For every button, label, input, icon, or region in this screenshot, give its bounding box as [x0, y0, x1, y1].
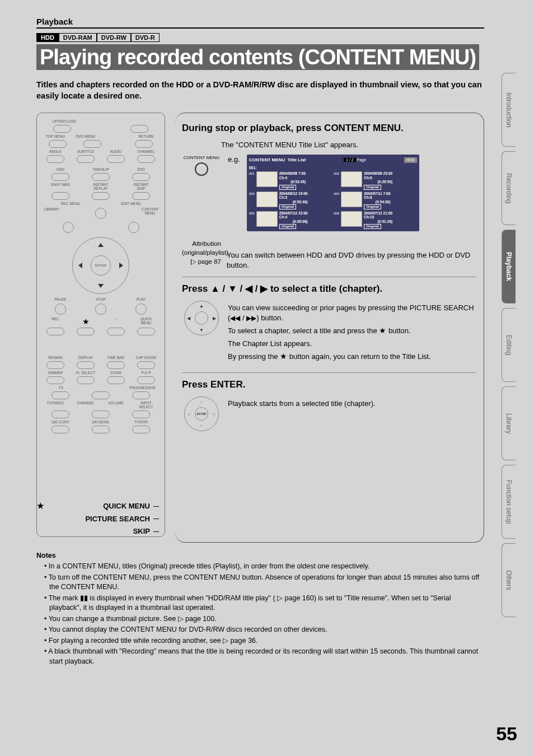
rc-button	[132, 410, 150, 418]
side-tab-library[interactable]: Library	[502, 386, 516, 460]
rc-button	[92, 173, 110, 181]
rc-button	[137, 328, 155, 335]
rc-label: ANGLE	[44, 150, 67, 153]
rc-button	[83, 140, 101, 148]
rc-button	[49, 140, 67, 148]
note-item: A black thumbnail with "Recording" means…	[44, 647, 484, 666]
side-tab-editing[interactable]: Editing	[502, 308, 516, 382]
drive-badge: HDD	[404, 157, 417, 163]
rc-button	[95, 208, 106, 219]
rc-label: ZOOM	[105, 371, 127, 375]
stop-button	[95, 304, 106, 315]
thumbnail-item: 0052004/07/12 23:00Ch:4(0:05:08)Original	[249, 211, 332, 229]
content-menu-icon: CONTENT MENU	[182, 155, 221, 176]
step1-sub: The "CONTENT MENU Title List" appears.	[221, 140, 476, 150]
rc-button	[137, 155, 155, 163]
screen-subtitle: Title List	[288, 157, 306, 162]
side-tabs: IntroductionRecordingPlaybackEditingLibr…	[502, 73, 526, 622]
side-tab-playback[interactable]: Playback	[502, 230, 516, 304]
rc-label: PAUSE	[49, 297, 72, 301]
rc-button	[51, 426, 69, 433]
screen-brand: CONTENT MENU	[249, 157, 285, 162]
rc-label: TOP MENU	[44, 134, 67, 138]
rc-button	[137, 376, 155, 384]
media-tags: HDDDVD-RAMDVD-RWDVD-R	[36, 32, 484, 42]
side-tab-others[interactable]: Others	[502, 543, 516, 617]
content-menu-screen: CONTENT MENU Title List 1 / 2 Page HDD 0…	[247, 155, 419, 231]
section-heading: Playback	[36, 17, 484, 26]
rc-label: REMAIN	[44, 356, 67, 360]
side-tab-recording[interactable]: Recording	[502, 151, 516, 225]
rc-label: INSTANT REPLAY	[90, 183, 112, 190]
play-button	[135, 304, 147, 315]
rc-label: DVD	[130, 167, 152, 171]
rc-button	[46, 155, 64, 163]
rc-button	[51, 192, 69, 200]
rc-button	[53, 125, 71, 133]
rc-label: TV	[50, 386, 72, 390]
page-label: Page	[357, 158, 366, 162]
tag-dvd-r: DVD-R	[131, 33, 160, 42]
pause-button	[55, 304, 66, 315]
rc-label: REC	[44, 317, 67, 326]
star-icon: ★	[74, 317, 97, 326]
step3-p1: Playback starts from a selected title (c…	[228, 399, 476, 409]
callout-skip: SKIP	[133, 525, 150, 537]
step1-heading: During stop or playback, press CONTENT M…	[182, 122, 476, 134]
intro-text: Titles and chapters recorded on the HDD …	[36, 80, 484, 101]
rc-label: AUDIO	[105, 150, 127, 153]
rc-label: PLAY	[130, 297, 152, 301]
rc-button	[63, 222, 74, 233]
rc-label: QUICK MENU	[135, 317, 157, 326]
rc-label: PROGRESSIVE	[129, 386, 152, 390]
thumbnail-item: 0062004/07/12 21:00Ch:10(0:51:28)Origina…	[334, 211, 417, 229]
rc-label: REC MENU	[59, 202, 82, 206]
page-indicator: 1 / 2	[344, 158, 356, 162]
rc-button	[77, 155, 95, 163]
rc-button	[132, 426, 150, 433]
notes-heading: Notes	[36, 552, 484, 559]
star-icon: ★	[37, 500, 44, 513]
step3-heading: Press ENTER.	[182, 379, 476, 391]
rc-button	[46, 376, 64, 384]
rc-label: SUBTITLE	[74, 150, 97, 153]
rc-button	[51, 410, 69, 418]
page-number: 55	[496, 723, 517, 745]
side-tab-introduction[interactable]: Introduction	[502, 73, 516, 147]
thumbnail-item: 0022004/06/08 23:00Ch:6(0:29:50)Original	[334, 171, 417, 189]
rc-button	[77, 376, 95, 384]
rc-button	[92, 192, 110, 200]
rc-label: EDIT MENU	[120, 202, 142, 206]
rc-label: DIMMER	[44, 371, 67, 375]
rc-label: RETURN	[135, 134, 157, 138]
page-title: Playing recorded contents (CONTENT MENU)	[36, 44, 484, 72]
side-tab-function-setup[interactable]: Function setup	[502, 465, 516, 539]
rc-button	[92, 391, 110, 399]
step2-heading: Press ▲ / ▼ / ◀ / ▶ to select a title (c…	[182, 283, 476, 295]
rc-label: TIME BAR	[105, 356, 127, 360]
step1-note: You can switch between HDD and DVD drive…	[227, 239, 476, 270]
rc-button	[135, 140, 153, 148]
eg-label: e.g.	[228, 155, 240, 165]
rc-label: DVD MENU	[74, 134, 97, 138]
heading-rule	[36, 27, 484, 29]
rc-button	[77, 361, 95, 369]
rc-label: DISPLAY	[74, 356, 97, 360]
rc-label: STOP	[90, 297, 112, 301]
callout-quick-menu: QUICK MENU	[103, 500, 150, 512]
rc-label: INSTANT SKIP	[130, 183, 152, 190]
rc-label: LIBRARY	[40, 207, 63, 220]
right-icon	[119, 263, 123, 268]
step2-p2: To select a chapter, select a title and …	[228, 325, 476, 337]
rc-button	[132, 391, 150, 399]
rc-label: HDD	[49, 167, 72, 171]
remote-diagram: OPEN/CLOSE TOP MENUDVD MENURETURN ANGLES…	[36, 113, 165, 537]
rc-button	[107, 328, 125, 335]
forward-icon: ▶▶	[246, 314, 256, 323]
rc-button	[46, 361, 64, 369]
note-item: In a CONTENT MENU, titles (Original) pre…	[44, 562, 484, 572]
rc-label: ○	[105, 317, 127, 326]
step2-p4: By pressing the ★ button again, you can …	[228, 351, 476, 362]
rc-label: OPEN/CLOSE	[53, 119, 75, 123]
thumbnail-item: 0032004/06/12 19:00Ch:3(0:52:40)Original	[249, 192, 332, 209]
